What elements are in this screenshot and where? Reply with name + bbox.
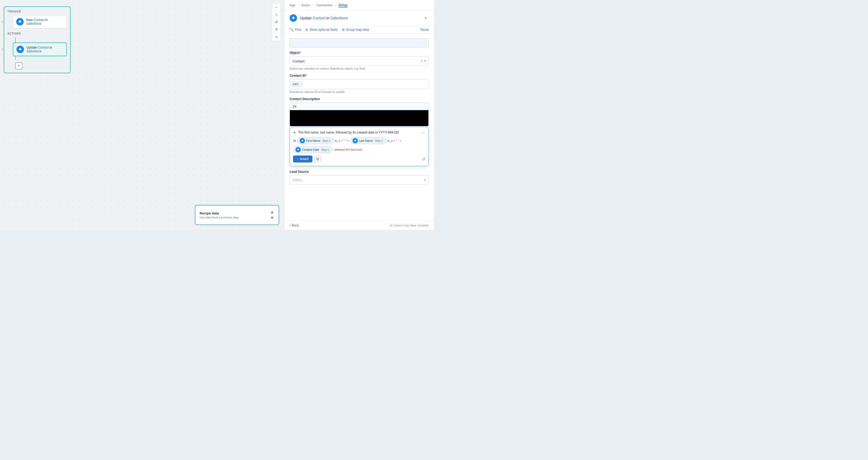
salesforce-chip-icon2 [352, 138, 358, 143]
panel-salesforce-icon [289, 14, 297, 22]
salesforce-chip-icon1 [300, 138, 305, 143]
ai-suggestion-popup: ✦ The first name, last name, followed by… [289, 127, 429, 166]
nav-app[interactable]: App [289, 3, 295, 7]
nav-connection[interactable]: Connection [316, 3, 333, 7]
zoom-controls: − + ↺ ⊕ ⊙ [272, 3, 281, 41]
ai-suggestion-text: The first name, last name, followed by i… [298, 131, 420, 134]
action-text: Update Contact in Salesforce [27, 45, 63, 53]
add-step-btn[interactable]: + [15, 62, 23, 69]
description-label: Contact Description [289, 97, 429, 101]
workflow-container: TRIGGER 1 New Contact in Salesforce ACTI… [4, 6, 71, 73]
contact-id-label: Contact ID* [289, 74, 429, 78]
clear-object-icon[interactable]: × [421, 59, 423, 63]
group-map-icon: ⊞ [342, 28, 345, 32]
abc-badge: ABC [290, 81, 302, 87]
contact-id-section: Contact ID* ABC Salesforce internal ID o… [289, 74, 429, 93]
panel-toolbar: 🔍 Find ⊕ Show optional fields ⊞ Group ma… [284, 26, 434, 34]
zoom-center-btn[interactable]: ⊙ [272, 33, 281, 41]
nav-arrow-1: → [297, 4, 300, 7]
object-section: Object* Contact × ▾ Select any standard … [289, 51, 429, 70]
recipe-data-title: Recipe data [199, 211, 239, 215]
contact-id-input[interactable] [302, 80, 428, 89]
strftime-text: .strftime('%Y-%m-%d') [333, 148, 362, 151]
step1-number: 1 [2, 20, 3, 23]
ai-actions: ↑ Insert ⧉ ↺ [293, 155, 425, 163]
zoom-reset-btn[interactable]: ↺ [272, 18, 281, 26]
zoom-out-btn[interactable]: − [272, 3, 281, 11]
salesforce-chip-icon3 [296, 147, 301, 152]
lead-source-section: Lead Source Select... ▾ [289, 170, 429, 185]
canvas-area: − + ↺ ⊕ ⊙ TRIGGER 1 New Contact in Sales… [0, 0, 284, 230]
formula-chips-row2: Created Date Step 1 .strftime('%Y-%m-%d'… [293, 146, 425, 153]
contact-id-input-row: ABC [289, 79, 429, 89]
trigger-block[interactable]: New Contact in Salesforce [13, 15, 67, 28]
zoom-in-btn[interactable]: + [272, 11, 281, 18]
object-hint: Select any standard or custom Salesforce… [289, 67, 429, 70]
ai-arrow-icon: → [422, 130, 425, 134]
chevron-up-icon: ▲ [270, 209, 275, 215]
connector-line2 [15, 56, 16, 59]
salesforce-trigger-icon [16, 18, 24, 26]
optional-fields-btn[interactable]: ⊕ Show optional fields [305, 28, 338, 32]
lead-source-select[interactable]: Select... ▾ [289, 175, 429, 185]
nav-arrow-2: → [312, 4, 315, 7]
right-panel: App → Action → Connection → Setup Update… [284, 0, 434, 230]
back-arrow-icon: ‹ [289, 223, 291, 227]
nav-action[interactable]: Action [301, 3, 310, 7]
reset-btn[interactable]: Reset [421, 28, 429, 32]
contact-id-hint: Salesforce internal ID of Contact to upd… [289, 90, 429, 93]
nav-arrow-3: → [334, 4, 337, 7]
salesforce-action-icon [17, 45, 24, 53]
search-icon: 🔍 [289, 28, 293, 32]
formula-header: ƒx [290, 103, 428, 110]
back-btn[interactable]: ‹ Back [289, 223, 299, 227]
group-map-btn[interactable]: ⊞ Group map data [342, 28, 369, 32]
action-block[interactable]: Update Contact in Salesforce [13, 42, 67, 56]
formula-chips-row1: ƒx First Name Step 1 to_s + " " + Last [293, 137, 425, 144]
object-select[interactable]: Contact × ▾ [289, 56, 429, 66]
recipe-data-subtitle: Use data from a previous step [199, 216, 239, 219]
actions-section: ACTIONS 2 Update Contact in Salesforce + [7, 32, 67, 69]
last-name-chip[interactable]: Last Name Step 1 [350, 137, 386, 144]
actions-label: ACTIONS [7, 32, 67, 35]
search-input[interactable] [289, 38, 429, 47]
formula-input-row: ƒx [289, 102, 429, 126]
copy-icon: ⧉ [316, 157, 319, 161]
chevron-down-icon: ▼ [270, 215, 275, 221]
recipe-expand-btn[interactable]: ▲ ▼ [270, 209, 275, 221]
chevron-down-icon: ▾ [424, 59, 426, 63]
trigger-text: New Contact in Salesforce [26, 18, 63, 26]
object-label: Object* [289, 51, 429, 55]
ai-disclaimer: AI content may have mistakes [390, 224, 429, 227]
nav-setup[interactable]: Setup [338, 3, 347, 7]
zoom-fit-btn[interactable]: ⊕ [272, 26, 281, 33]
panel-content: Object* Contact × ▾ Select any standard … [284, 34, 434, 221]
panel-title: Update Contact in Salesforce [300, 16, 420, 20]
recipe-data-text: Recipe data Use data from a previous ste… [199, 211, 239, 219]
top-nav: App → Action → Connection → Setup [284, 0, 434, 11]
insert-up-arrow-icon: ↑ [297, 157, 298, 161]
fx-badge-small: ƒx [293, 139, 296, 142]
fx-icon: ƒx [292, 104, 296, 108]
panel-footer: ‹ Back AI content may have mistakes [284, 221, 434, 230]
description-section: Contact Description ƒx ✦ The first name,… [289, 97, 429, 166]
trigger-section-label: TRIGGER [7, 10, 67, 13]
connector-line [15, 37, 16, 42]
first-name-chip[interactable]: First Name Step 1 [297, 137, 334, 144]
ai-suggestion-row: ✦ The first name, last name, followed by… [293, 130, 425, 134]
formula-body[interactable] [290, 110, 428, 126]
insert-btn[interactable]: ↑ Insert [293, 156, 312, 162]
copy-btn[interactable]: ⧉ [314, 155, 321, 163]
lead-source-label: Lead Source [289, 170, 429, 174]
refresh-btn[interactable]: ↺ [422, 157, 425, 162]
panel-close-btn[interactable]: × [423, 15, 429, 22]
created-date-chip[interactable]: Created Date Step 1 [293, 146, 332, 153]
step2-number: 2 [2, 48, 3, 51]
find-btn[interactable]: 🔍 Find [289, 28, 301, 32]
lead-source-chevron-icon: ▾ [424, 178, 426, 182]
ai-sparkle-icon: ✦ [293, 131, 296, 134]
optional-fields-icon: ⊕ [305, 28, 308, 32]
recipe-data-card[interactable]: Recipe data Use data from a previous ste… [195, 205, 279, 225]
panel-header: Update Contact in Salesforce × [284, 11, 434, 26]
